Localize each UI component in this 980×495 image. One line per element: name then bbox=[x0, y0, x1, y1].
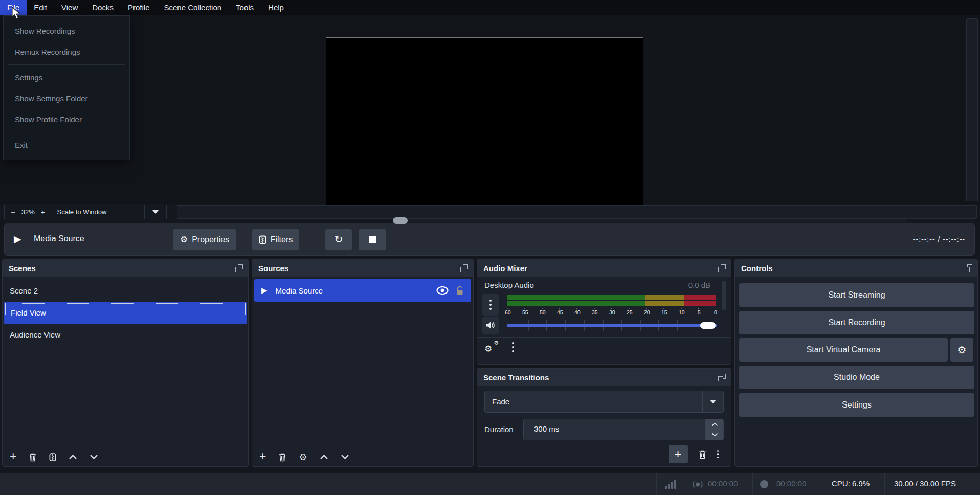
transition-options-button kebab-menu-icon[interactable] bbox=[717, 450, 719, 459]
gear-icon: ⚙ bbox=[180, 235, 188, 244]
meter-tick: -35 bbox=[590, 309, 597, 316]
popout-dock-icon[interactable] bbox=[460, 264, 468, 272]
menu-help[interactable]: Help bbox=[261, 0, 291, 15]
menu-item-show-settings-folder[interactable]: Show Settings Folder bbox=[4, 88, 129, 109]
preview-vertical-scrollbar[interactable] bbox=[966, 18, 978, 201]
meter-tick: -5 bbox=[696, 309, 700, 316]
meter-scale: -60 -55 -50 -45 -40 -35 -30 -25 -20 -15 … bbox=[507, 308, 716, 316]
seek-slider-handle[interactable] bbox=[393, 217, 408, 224]
audio-mixer-panel-header: Audio Mixer bbox=[477, 259, 731, 277]
scrollbar-handle[interactable] bbox=[722, 281, 726, 310]
transition-select[interactable]: Fade bbox=[484, 391, 724, 413]
meter-tick: -60 bbox=[503, 309, 510, 316]
scene-item-selected[interactable]: Field View bbox=[4, 302, 247, 324]
separator bbox=[752, 473, 753, 495]
button-label: Start Recording bbox=[828, 318, 885, 327]
record-status-icon bbox=[760, 480, 768, 488]
mixer-channel-name: Desktop Audio bbox=[484, 281, 534, 289]
add-source-button[interactable]: + bbox=[259, 451, 266, 462]
duration-decrease-button[interactable] bbox=[706, 430, 723, 440]
popout-dock-icon[interactable] bbox=[718, 264, 726, 272]
remove-transition-button trash-icon[interactable] bbox=[698, 449, 707, 459]
menu-tools[interactable]: Tools bbox=[229, 0, 261, 15]
popout-dock-icon[interactable] bbox=[965, 264, 972, 272]
zoom-level: 32% bbox=[19, 208, 37, 216]
properties-button[interactable]: ⚙ Properties bbox=[173, 229, 236, 250]
media-seek-slider[interactable] bbox=[393, 219, 907, 222]
scene-filters-button filter-icon[interactable] bbox=[49, 453, 56, 462]
duration-value: 300 ms bbox=[534, 424, 559, 433]
add-transition-button[interactable]: + bbox=[669, 445, 688, 463]
scene-item[interactable]: Scene 2 bbox=[3, 280, 248, 302]
move-source-down-button chevron-down-icon[interactable] bbox=[341, 454, 349, 460]
advanced-audio-properties-button gears-icon[interactable]: ⚙⚙ bbox=[484, 341, 499, 353]
menu-item-exit[interactable]: Exit bbox=[4, 134, 129, 155]
meter-bar-left bbox=[507, 295, 716, 300]
visibility-eye-icon[interactable] bbox=[436, 286, 449, 295]
scenes-panel-title: Scenes bbox=[9, 264, 36, 273]
play-icon[interactable]: ▶ bbox=[14, 233, 21, 244]
duration-increase-button[interactable] bbox=[706, 419, 723, 430]
source-item-selected[interactable]: ▶ Media Source bbox=[254, 279, 471, 302]
unlock-icon[interactable] bbox=[456, 286, 464, 296]
remove-source-button trash-icon[interactable] bbox=[278, 453, 286, 462]
mixer-scrollbar[interactable] bbox=[720, 278, 728, 340]
menu-file[interactable]: File bbox=[0, 0, 27, 15]
menu-docks[interactable]: Docks bbox=[85, 0, 121, 15]
menu-item-show-profile-folder[interactable]: Show Profile Folder bbox=[4, 109, 129, 130]
menu-scene-collection[interactable]: Scene Collection bbox=[157, 0, 229, 15]
menu-view[interactable]: View bbox=[54, 0, 85, 15]
menu-profile[interactable]: Profile bbox=[121, 0, 157, 15]
divider bbox=[477, 337, 731, 338]
menu-edit[interactable]: Edit bbox=[27, 0, 54, 15]
popout-dock-icon[interactable] bbox=[235, 264, 243, 272]
meter-tick: 0 bbox=[714, 309, 717, 316]
mute-button[interactable] bbox=[482, 317, 499, 334]
controls-panel-header: Controls bbox=[735, 259, 977, 277]
mixer-options-button kebab-menu-icon[interactable] bbox=[512, 342, 514, 352]
separator bbox=[821, 473, 821, 495]
combo-dropdown-button[interactable] bbox=[702, 391, 723, 412]
settings-button[interactable]: Settings bbox=[739, 393, 974, 417]
remove-scene-button trash-icon[interactable] bbox=[29, 453, 37, 462]
move-source-up-button chevron-up-icon[interactable] bbox=[320, 454, 328, 460]
popout-dock-icon[interactable] bbox=[718, 374, 726, 381]
menu-item-settings[interactable]: Settings bbox=[4, 67, 129, 88]
transition-selected-value: Fade bbox=[492, 397, 509, 406]
meter-tick: -10 bbox=[677, 309, 684, 316]
source-properties-button gear-icon[interactable]: ⚙ bbox=[299, 453, 307, 462]
menu-item-remux-recordings[interactable]: Remux Recordings bbox=[4, 41, 129, 62]
mixer-channel-menu-button[interactable] bbox=[482, 294, 499, 316]
zoom-in-button[interactable]: + bbox=[37, 208, 50, 216]
menu-separator bbox=[8, 64, 125, 65]
filters-button[interactable]: Filters bbox=[252, 229, 299, 250]
restart-media-button[interactable]: ↻ bbox=[325, 229, 352, 250]
duration-label: Duration bbox=[484, 425, 514, 434]
preview-horizontal-scrollbar[interactable] bbox=[177, 205, 977, 219]
video-canvas[interactable] bbox=[326, 37, 643, 217]
start-virtual-camera-button[interactable]: Start Virtual Camera bbox=[739, 338, 948, 362]
start-recording-button[interactable]: Start Recording bbox=[739, 311, 974, 334]
audio-mixer-panel: Audio Mixer Desktop Audio 0.0 dB -60 -55… bbox=[477, 259, 731, 365]
scale-mode-select[interactable]: Scale to Window bbox=[52, 205, 144, 219]
scene-item[interactable]: Audience View bbox=[3, 324, 248, 346]
volume-handle[interactable] bbox=[700, 322, 716, 329]
menu-item-show-recordings[interactable]: Show Recordings bbox=[4, 20, 129, 41]
move-scene-down-button chevron-down-icon[interactable] bbox=[90, 454, 98, 460]
start-streaming-button[interactable]: Start Streaming bbox=[739, 283, 974, 307]
virtual-camera-config-button[interactable]: ⚙ bbox=[950, 338, 973, 362]
zoom-out-button[interactable]: − bbox=[7, 208, 19, 216]
scale-mode-dropdown-button[interactable] bbox=[145, 205, 166, 219]
scene-transitions-panel-header: Scene Transitions bbox=[477, 369, 731, 386]
move-scene-up-button chevron-up-icon[interactable] bbox=[69, 454, 77, 460]
duration-spinbox[interactable]: 300 ms bbox=[523, 419, 724, 440]
menu-bar: File Edit View Docks Profile Scene Colle… bbox=[0, 0, 980, 15]
add-scene-button[interactable]: + bbox=[10, 451, 16, 462]
meter-tick: -20 bbox=[642, 309, 650, 316]
volume-slider[interactable] bbox=[507, 317, 717, 334]
button-label: Settings bbox=[842, 400, 872, 410]
stop-media-button[interactable] bbox=[359, 229, 386, 250]
cpu-usage: CPU: 6.9% bbox=[832, 479, 870, 488]
audio-mixer-panel-title: Audio Mixer bbox=[483, 264, 527, 273]
studio-mode-button[interactable]: Studio Mode bbox=[739, 366, 974, 389]
